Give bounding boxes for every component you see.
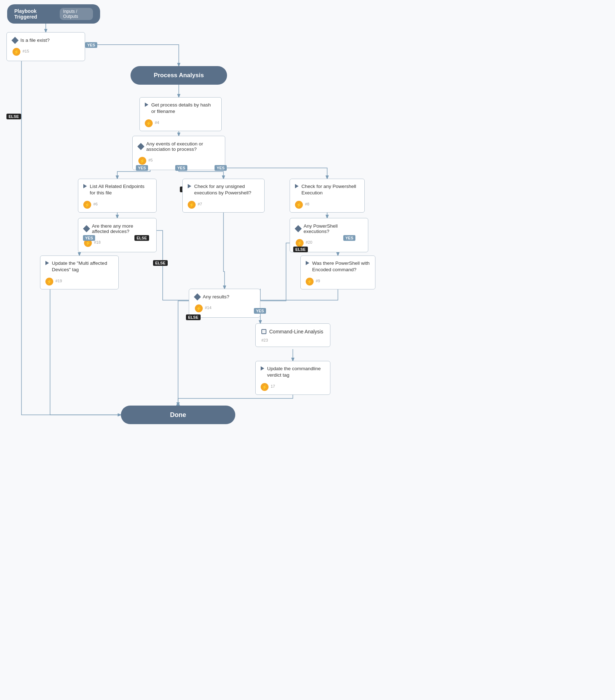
node-id: #15 <box>23 49 29 53</box>
lightning-badge: ⚡ <box>261 383 269 391</box>
node-label: Any results? <box>203 294 229 299</box>
action-icon <box>188 184 191 188</box>
lightning-badge: ⚡ <box>295 201 303 209</box>
node-label: Any events of execution or association t… <box>146 141 219 152</box>
flow-label-else6: ELSE <box>186 314 201 320</box>
node-id: #19 <box>55 279 62 283</box>
lightning-badge: ⚡ <box>188 201 196 209</box>
node-label: Command-Line Analysis <box>269 329 323 334</box>
trigger-label: Playbook Triggered <box>14 8 55 20</box>
sub-icon <box>261 329 266 334</box>
flow-label-yes6: YES <box>343 235 355 241</box>
node-id: 17 <box>271 384 275 388</box>
node-id: #23 <box>261 338 268 342</box>
node-id: #18 <box>94 240 100 244</box>
action-icon <box>295 184 299 188</box>
flow-label-yes3: YES <box>175 165 187 171</box>
lightning-badge: ⚡ <box>296 239 304 247</box>
node-process-analysis[interactable]: Process Analysis <box>131 66 227 85</box>
lightning-badge: ⚡ <box>13 48 20 56</box>
node-id: #9 <box>316 279 320 283</box>
node-label: Update the "Multi affected Devices" tag <box>52 260 113 273</box>
diamond-icon <box>11 37 19 44</box>
diamond-icon <box>194 293 201 301</box>
flow-label-yes7: YES <box>254 308 266 314</box>
node-update-multi[interactable]: Update the "Multi affected Devices" tag … <box>40 255 119 289</box>
diamond-icon <box>295 225 302 232</box>
node-id: #7 <box>198 202 202 206</box>
lightning-badge: ⚡ <box>195 304 203 312</box>
node-label: Get process details by hash or filename <box>151 102 216 114</box>
process-analysis-label: Process Analysis <box>154 72 204 79</box>
node-is-file-exist[interactable]: Is a file exist? ⚡ #15 <box>6 32 85 61</box>
lightning-badge: ⚡ <box>306 278 314 286</box>
node-update-commandline[interactable]: Update the commandline verdict tag ⚡ 17 <box>255 361 330 395</box>
action-icon <box>83 184 87 188</box>
flow-label-else1: ELSE <box>6 114 21 119</box>
node-id: #5 <box>148 158 153 162</box>
node-was-powershell-encoded[interactable]: Was there PowerShell with Encoded comman… <box>300 255 375 289</box>
node-check-unsigned[interactable]: Check for any unsigned executions by Pow… <box>182 179 265 213</box>
node-id: #8 <box>305 202 309 206</box>
node-label: List All Related Endpoints for this file <box>90 183 151 196</box>
node-label: Check for any unsigned executions by Pow… <box>194 183 259 196</box>
connectors-svg <box>0 0 615 700</box>
flow-label-yes1: YES <box>85 42 97 48</box>
lightning-badge: ⚡ <box>145 119 153 127</box>
flow-label-yes5: YES <box>83 235 95 241</box>
node-check-powershell[interactable]: Check for any Powershell Execution ⚡ #8 <box>290 179 365 213</box>
lightning-badge: ⚡ <box>138 157 146 165</box>
diamond-icon <box>137 143 144 150</box>
action-icon <box>45 261 49 265</box>
flow-label-else3: ELSE <box>134 235 149 241</box>
lightning-badge: ⚡ <box>45 278 53 286</box>
action-icon <box>261 366 264 371</box>
node-label: Check for any Powershell Execution <box>301 183 359 196</box>
node-label: Are there any more affected devices? <box>92 223 151 234</box>
node-label: Any PowerShell executions? <box>304 223 362 234</box>
trigger-node[interactable]: Playbook Triggered Inputs / Outputs <box>7 4 100 24</box>
flow-label-else5: ELSE <box>153 260 168 266</box>
flow-label-else4: ELSE <box>293 247 308 252</box>
flowchart-canvas: Playbook Triggered Inputs / Outputs Is a… <box>0 0 615 700</box>
diamond-icon <box>83 225 90 232</box>
node-id: #20 <box>306 240 312 244</box>
node-label: Was there PowerShell with Encoded comman… <box>312 260 370 273</box>
action-icon <box>145 103 148 107</box>
node-any-results[interactable]: Any results? ⚡ #14 <box>189 289 260 318</box>
node-list-endpoints[interactable]: List All Related Endpoints for this file… <box>78 179 157 213</box>
action-icon <box>306 261 309 265</box>
flow-label-yes4: YES <box>215 165 227 171</box>
io-link[interactable]: Inputs / Outputs <box>60 8 93 20</box>
done-label: Done <box>170 411 186 419</box>
node-id: #14 <box>205 306 211 310</box>
node-get-process-details[interactable]: Get process details by hash or filename … <box>139 97 222 131</box>
flow-label-yes2: YES <box>136 165 148 171</box>
node-done[interactable]: Done <box>121 406 235 424</box>
node-label: Is a file exist? <box>20 38 50 43</box>
node-id: #6 <box>93 202 98 206</box>
node-id: #4 <box>155 120 159 125</box>
node-label: Update the commandline verdict tag <box>267 366 325 378</box>
node-cmdline-analysis[interactable]: Command-Line Analysis #23 <box>255 323 330 347</box>
lightning-badge: ⚡ <box>83 201 91 209</box>
